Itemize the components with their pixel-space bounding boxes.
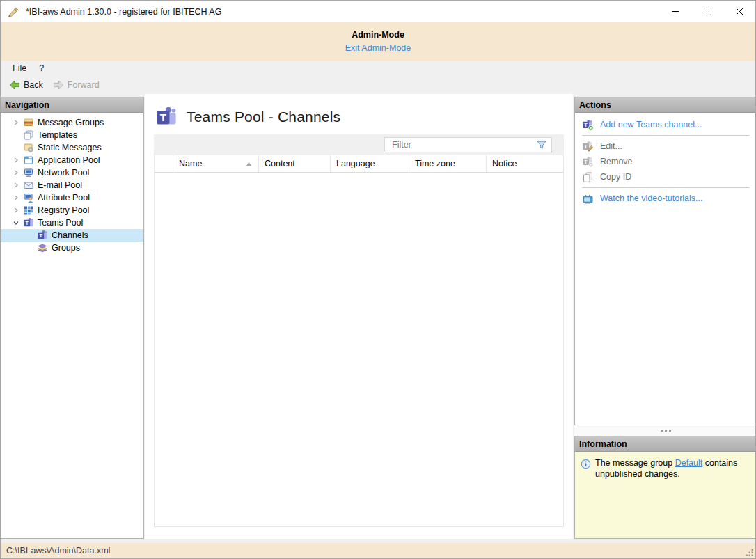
forward-label: Forward	[68, 80, 100, 90]
chevron-right-icon[interactable]	[10, 120, 22, 125]
menu-file[interactable]: File	[6, 62, 33, 74]
teams-channels-icon: T	[37, 230, 48, 241]
minimize-button[interactable]	[659, 1, 691, 22]
nav-item-templates[interactable]: Templates	[1, 129, 143, 141]
svg-text:T: T	[25, 220, 29, 226]
chevron-right-icon[interactable]	[10, 170, 22, 175]
admin-mode-banner: Admin-Mode Exit Admin-Mode	[1, 22, 755, 61]
resize-grip-icon[interactable]	[745, 548, 754, 557]
back-label: Back	[24, 80, 43, 90]
navigation-panel-header: Navigation	[1, 97, 143, 113]
tv-icon	[582, 193, 594, 205]
nav-item-groups[interactable]: Groups	[1, 242, 143, 254]
actions-panel-header: Actions	[575, 97, 756, 113]
action-label: Remove	[600, 157, 633, 166]
information-panel-header: Information	[575, 436, 756, 452]
menu-help[interactable]: ?	[33, 62, 50, 74]
info-text-before: The message group	[595, 458, 675, 468]
forward-arrow-icon	[53, 79, 64, 90]
templates-icon	[23, 129, 34, 141]
chevron-right-icon[interactable]	[10, 157, 22, 163]
nav-item-label: E-mail Pool	[38, 180, 82, 190]
action-label: Add new Teams channel...	[600, 120, 702, 129]
nav-item-label: Application Pool	[38, 155, 100, 165]
page-title-row: T Teams Pool - Channels	[155, 106, 340, 128]
nav-item-label: Templates	[38, 130, 77, 140]
svg-text:T: T	[39, 233, 42, 239]
add-teams-channel-action[interactable]: T Add new Teams channel...	[575, 117, 756, 132]
navigation-tree: Message Groups Templates	[1, 113, 143, 254]
chevron-right-icon[interactable]	[10, 195, 22, 200]
action-label: Watch the video-tutorials...	[600, 194, 703, 203]
svg-text:T: T	[584, 121, 588, 127]
info-icon	[581, 459, 591, 469]
nav-item-label: Teams Pool	[38, 218, 83, 228]
app-window: *IBI-aws Admin 1.30.0 - registered for I…	[0, 0, 756, 559]
column-label: Time zone	[415, 159, 455, 168]
page-title: Teams Pool - Channels	[187, 109, 340, 125]
column-header-content[interactable]: Content	[259, 155, 331, 172]
teams-pool-icon: T	[23, 217, 34, 228]
forward-button[interactable]: Forward	[48, 78, 104, 92]
admin-mode-title: Admin-Mode	[1, 22, 755, 40]
column-header-language[interactable]: Language	[331, 155, 409, 172]
copy-id-icon	[582, 171, 594, 183]
watch-video-tutorials-action[interactable]: Watch the video-tutorials...	[575, 191, 756, 206]
static-messages-icon	[23, 142, 34, 153]
nav-item-message-groups[interactable]: Message Groups	[1, 116, 143, 129]
network-pool-icon	[23, 167, 34, 178]
column-label: Content	[265, 159, 295, 168]
copy-id-action[interactable]: Copy ID	[575, 169, 756, 184]
back-arrow-icon	[9, 79, 20, 90]
teams-groups-icon	[37, 242, 48, 253]
nav-item-attribute-pool[interactable]: Attribute Pool	[1, 191, 143, 204]
column-label: Notice	[492, 159, 517, 168]
filter-placeholder: Filter	[392, 140, 536, 150]
registry-pool-icon	[23, 205, 34, 216]
back-button[interactable]: Back	[4, 78, 48, 92]
nav-item-network-pool[interactable]: Network Pool	[1, 166, 143, 179]
attribute-pool-icon	[23, 192, 34, 203]
exit-admin-mode-link[interactable]: Exit Admin-Mode	[345, 43, 411, 53]
column-header-timezone[interactable]: Time zone	[409, 155, 487, 172]
close-button[interactable]	[723, 1, 755, 22]
message-groups-icon	[23, 117, 34, 128]
information-message: The message group Default contains unpub…	[595, 458, 741, 480]
remove-action[interactable]: T Remove	[575, 154, 756, 169]
column-header-notice[interactable]: Notice	[487, 155, 563, 172]
nav-item-label: Channels	[52, 230, 88, 240]
nav-item-teams-pool[interactable]: T Teams Pool	[1, 216, 143, 229]
status-bar: C:\IBI-aws\Admin\Data.xml	[1, 543, 755, 558]
table-header-row: Name Content Language Time zone Notice	[155, 155, 563, 173]
title-bar: *IBI-aws Admin 1.30.0 - registered for I…	[1, 1, 755, 22]
application-pool-icon	[23, 155, 34, 166]
nav-item-channels[interactable]: T Channels	[1, 229, 143, 242]
action-label: Copy ID	[600, 172, 631, 182]
nav-item-static-messages[interactable]: Static Messages	[1, 141, 143, 154]
navigation-panel: Navigation Message Groups	[1, 97, 144, 539]
filter-band: Filter	[154, 134, 564, 155]
menu-bar: File ?	[1, 61, 755, 76]
edit-action[interactable]: T Edit...	[575, 139, 756, 154]
filter-funnel-icon[interactable]	[536, 139, 547, 150]
nav-item-application-pool[interactable]: Application Pool	[1, 154, 143, 166]
filter-input[interactable]: Filter	[384, 137, 552, 152]
actions-list: T Add new Teams channel... T	[575, 113, 756, 206]
nav-item-label: Groups	[52, 243, 80, 253]
column-header-lead[interactable]	[155, 155, 173, 172]
action-label: Edit...	[600, 141, 622, 151]
actions-panel: Actions T Add new Teams channel...	[574, 97, 756, 425]
chevron-down-icon[interactable]	[10, 220, 22, 226]
column-header-name[interactable]: Name	[173, 155, 259, 172]
nav-item-email-pool[interactable]: E-mail Pool	[1, 179, 143, 191]
table-body-empty[interactable]	[155, 173, 563, 526]
panel-splitter[interactable]	[574, 425, 756, 436]
nav-item-registry-pool[interactable]: Registry Pool	[1, 204, 143, 216]
maximize-button[interactable]	[691, 1, 723, 22]
remove-teams-channel-icon: T	[582, 156, 594, 168]
teams-icon: T	[155, 106, 178, 128]
chevron-right-icon[interactable]	[10, 207, 22, 213]
window-title: *IBI-aws Admin 1.30.0 - registered for I…	[26, 7, 221, 17]
chevron-right-icon[interactable]	[10, 182, 22, 188]
default-message-group-link[interactable]: Default	[675, 458, 703, 468]
